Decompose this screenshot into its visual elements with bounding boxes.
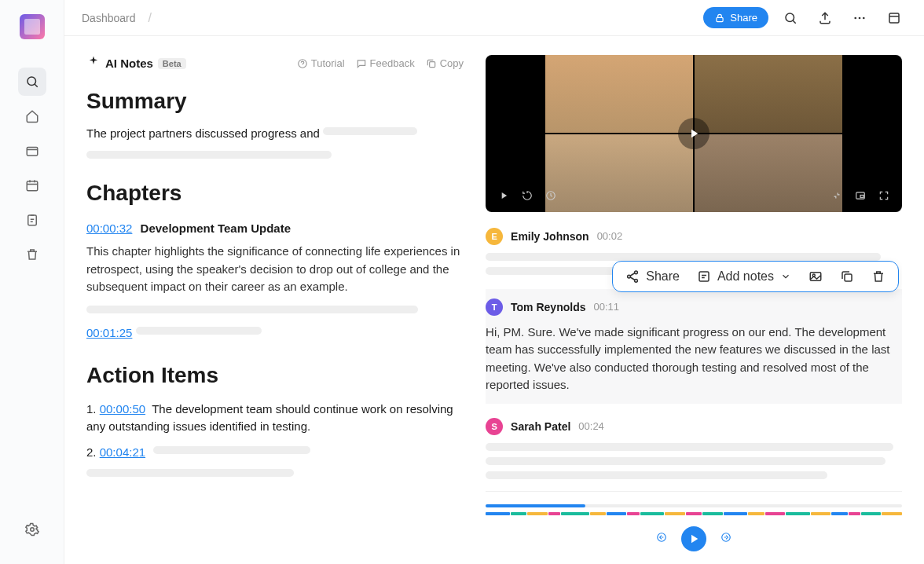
action-items-heading: Action Items [86, 363, 464, 388]
progress-track[interactable] [486, 504, 902, 507]
video-player[interactable] [486, 55, 902, 212]
summary-text: The project partners discussed progress … [86, 126, 464, 141]
play-button[interactable] [681, 526, 706, 551]
action-item: 1. 00:00:50 The development team should … [86, 401, 464, 436]
svg-point-4 [30, 528, 34, 532]
chapter-body: This chapter highlights the significance… [86, 243, 464, 296]
transcript-body: Hi, PM. Sure. We've made significant pro… [486, 324, 902, 394]
more-icon[interactable] [847, 5, 872, 31]
svg-rect-1 [27, 148, 38, 156]
svg-point-8 [859, 16, 861, 19]
topbar: Dashboard / Share [64, 0, 924, 36]
menu-image-icon[interactable] [808, 269, 823, 284]
fullscreen-icon[interactable] [878, 190, 889, 204]
video-panel: Share Add notes [486, 36, 924, 564]
feedback-link[interactable]: Feedback [356, 57, 415, 69]
video-participant [545, 55, 693, 133]
sparkle-icon [86, 55, 101, 71]
play-center-icon[interactable] [678, 118, 710, 149]
speaker-name: Sarah Patel [511, 420, 570, 433]
svg-point-7 [854, 16, 856, 19]
copy-link[interactable]: Copy [426, 57, 464, 69]
summary-heading: Summary [86, 89, 464, 114]
svg-point-9 [863, 16, 865, 19]
svg-rect-22 [845, 274, 852, 281]
search-icon[interactable] [18, 68, 46, 96]
menu-copy-icon[interactable] [840, 269, 854, 284]
ai-notes-title: AI Notes [105, 57, 153, 70]
home-icon[interactable] [18, 102, 46, 130]
action-item: 2. 00:04:21 [86, 444, 464, 462]
breadcrumb-separator: / [148, 11, 152, 25]
transcript-time: 00:24 [578, 420, 604, 432]
trash-icon[interactable] [18, 240, 46, 269]
transcript-time: 00:02 [597, 230, 623, 242]
svg-rect-19 [699, 272, 709, 281]
speed-icon[interactable] [545, 190, 556, 204]
settings-icon[interactable] [18, 515, 46, 544]
forward-icon[interactable] [720, 532, 732, 546]
minimize-icon[interactable] [831, 190, 842, 204]
speaker-segments [486, 512, 902, 515]
transcript-time: 00:11 [593, 301, 619, 313]
export-icon[interactable] [812, 5, 838, 31]
chapter-title: Development Team Update [141, 222, 291, 235]
ai-notes-panel: AI Notes Beta Tutorial Feedback Copy [64, 36, 486, 564]
speaker-name: Tom Reynolds [511, 301, 585, 313]
avatar: T [486, 298, 503, 316]
rewind-icon[interactable] [656, 532, 667, 546]
svg-point-0 [28, 77, 36, 86]
avatar: E [486, 228, 503, 245]
avatar: S [486, 418, 503, 435]
menu-delete-icon[interactable] [871, 269, 886, 284]
share-label: Share [730, 12, 757, 24]
svg-rect-12 [429, 61, 434, 67]
action-timestamp[interactable]: 00:00:50 [100, 402, 145, 416]
tutorial-link[interactable]: Tutorial [297, 57, 345, 69]
folder-icon[interactable] [18, 137, 46, 165]
svg-rect-5 [717, 17, 723, 21]
clipboard-icon[interactable] [18, 206, 46, 234]
calendar-icon[interactable] [18, 171, 46, 200]
main: Dashboard / Share AI Notes [64, 0, 924, 564]
chapter-timestamp[interactable]: 00:00:32 [86, 222, 132, 235]
beta-badge: Beta [158, 58, 186, 69]
action-timestamp[interactable]: 00:04:21 [100, 445, 145, 459]
transcript-entry[interactable]: T Tom Reynolds 00:11 Hi, PM. Sure. We've… [486, 289, 902, 404]
share-button[interactable]: Share [703, 7, 768, 28]
chapters-heading: Chapters [86, 181, 464, 206]
pip-icon[interactable] [855, 190, 866, 204]
chapter-timestamp[interactable]: 00:01:25 [86, 326, 132, 339]
svg-rect-3 [28, 215, 36, 225]
sidebar [0, 0, 64, 564]
menu-add-notes[interactable]: Add notes [697, 269, 791, 284]
breadcrumb[interactable]: Dashboard [82, 12, 136, 24]
panel-icon[interactable] [882, 5, 907, 31]
svg-point-6 [786, 13, 794, 22]
menu-share[interactable]: Share [625, 269, 680, 284]
svg-rect-10 [889, 13, 899, 23]
timeline [486, 491, 902, 564]
content: AI Notes Beta Tutorial Feedback Copy [64, 36, 924, 564]
progress-fill [486, 504, 585, 507]
replay-icon[interactable] [522, 190, 533, 204]
speaker-name: Emily Johnson [511, 230, 589, 243]
transcript: Share Add notes [486, 228, 902, 491]
svg-rect-2 [27, 181, 38, 191]
search-top-icon[interactable] [778, 5, 803, 31]
transcript-entry[interactable]: S Sarah Patel 00:24 [486, 418, 902, 479]
context-menu: Share Add notes [612, 261, 899, 292]
svg-rect-15 [860, 195, 864, 197]
play-icon[interactable] [498, 190, 509, 204]
video-participant [695, 55, 842, 133]
app-logo[interactable] [20, 14, 45, 39]
